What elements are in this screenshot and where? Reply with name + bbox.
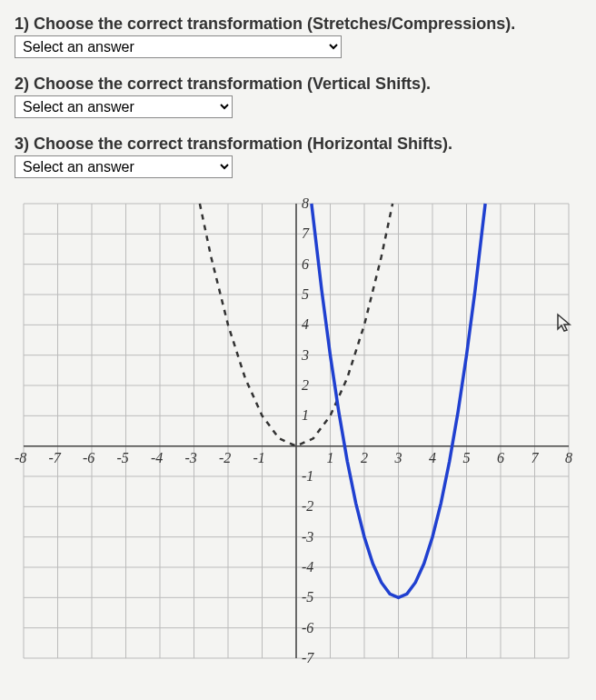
- x-tick-label: -3: [185, 450, 197, 465]
- q3-num: 3): [15, 135, 29, 153]
- graph-svg: -8-7-6-5-4-3-2-112345678-7-6-5-4-3-2-112…: [15, 195, 578, 667]
- x-tick-label: 8: [565, 450, 572, 465]
- x-tick-label: 3: [394, 450, 402, 465]
- question-1: 1) Choose the correct transformation (St…: [15, 15, 581, 58]
- y-tick-label: -6: [302, 620, 313, 635]
- transformation-graph: -8-7-6-5-4-3-2-112345678-7-6-5-4-3-2-112…: [15, 195, 578, 667]
- question-2-text: 2) Choose the correct transformation (Ve…: [15, 75, 581, 94]
- x-tick-label: -2: [219, 450, 231, 465]
- x-tick-label: 1: [327, 450, 334, 465]
- question-3-text: 3) Choose the correct transformation (Ho…: [15, 135, 581, 154]
- y-tick-label: 3: [301, 347, 309, 363]
- q2-select[interactable]: Select an answer: [15, 95, 233, 118]
- y-tick-label: 6: [302, 256, 309, 272]
- y-tick-label: -1: [302, 468, 313, 484]
- question-1-text: 1) Choose the correct transformation (St…: [15, 15, 581, 34]
- y-tick-label: 1: [302, 407, 309, 423]
- y-tick-label: -2: [302, 498, 313, 514]
- x-tick-label: -4: [151, 450, 163, 465]
- q3-select[interactable]: Select an answer: [15, 155, 233, 178]
- question-3: 3) Choose the correct transformation (Ho…: [15, 135, 581, 178]
- x-tick-label: -8: [15, 450, 26, 465]
- q1-num: 1): [15, 15, 29, 33]
- y-tick-label: -7: [302, 650, 314, 665]
- q2-prompt: Choose the correct transformation (Verti…: [34, 75, 431, 93]
- x-tick-label: -6: [83, 450, 94, 465]
- x-tick-label: -7: [49, 450, 62, 465]
- q2-num: 2): [15, 75, 29, 93]
- y-tick-label: -5: [302, 589, 313, 605]
- y-tick-label: 4: [302, 316, 309, 332]
- y-tick-label: 7: [302, 225, 310, 241]
- y-tick-label: -4: [302, 559, 313, 575]
- x-tick-label: -5: [117, 450, 129, 465]
- y-tick-label: 2: [302, 377, 309, 393]
- question-2: 2) Choose the correct transformation (Ve…: [15, 75, 581, 118]
- y-tick-label: 5: [302, 286, 309, 302]
- x-tick-label: 4: [429, 450, 436, 465]
- q1-prompt: Choose the correct transformation (Stret…: [34, 15, 515, 33]
- x-tick-label: 5: [463, 450, 471, 465]
- y-tick-label: 8: [302, 195, 309, 211]
- cursor-icon: [556, 313, 572, 333]
- x-tick-label: 6: [497, 450, 504, 465]
- x-tick-label: 2: [361, 450, 368, 465]
- x-tick-label: 7: [531, 450, 540, 465]
- q1-select[interactable]: Select an answer: [15, 35, 342, 58]
- y-tick-label: -3: [302, 529, 313, 545]
- x-tick-label: -1: [253, 450, 265, 465]
- q3-prompt: Choose the correct transformation (Horiz…: [34, 135, 452, 153]
